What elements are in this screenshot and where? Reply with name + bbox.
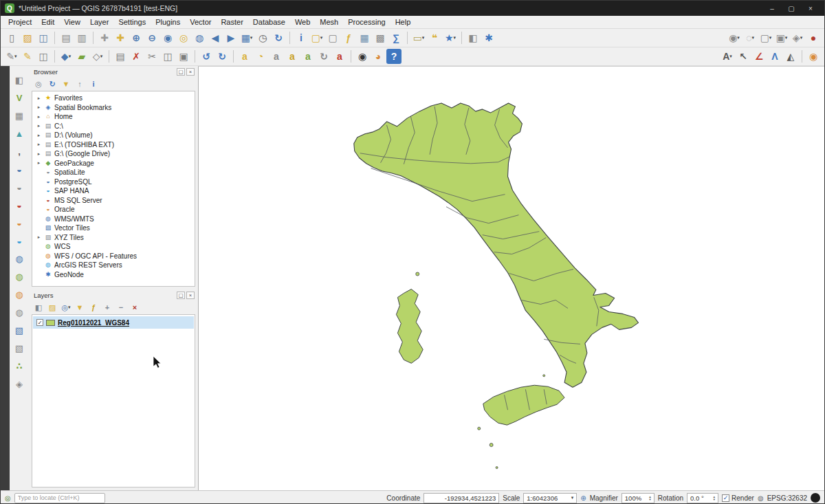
quickmap-plugin-button[interactable]: ◕: [371, 49, 386, 64]
change-label-button[interactable]: a: [332, 49, 347, 64]
filter-legend-button[interactable]: ▼: [74, 302, 86, 313]
browser-item-geopackage[interactable]: ▸◆GeoPackage: [32, 159, 195, 168]
layout-dropdown-button[interactable]: ▣▾: [774, 30, 789, 45]
add-wfs-layer-button[interactable]: ◍: [12, 287, 27, 302]
zoom-last-button[interactable]: ◀: [208, 30, 223, 45]
crs-value[interactable]: EPSG:32632: [767, 494, 807, 502]
locate-input[interactable]: [14, 493, 105, 503]
digitize-with-segment-button[interactable]: ◆▾: [58, 49, 74, 64]
browser-item-wms-wmts[interactable]: ◍WMS/WMTS: [32, 215, 195, 224]
layers-close-button[interactable]: ×: [186, 292, 195, 299]
selection-dropdown-button[interactable]: ◌▾: [742, 30, 758, 45]
add-xyz-layer-button[interactable]: ▧: [12, 341, 27, 355]
help-contents-button[interactable]: ?: [386, 49, 402, 64]
chevron-right-icon[interactable]: ▸: [36, 151, 42, 157]
add-point-cloud-layer-button[interactable]: ∴: [12, 359, 27, 373]
zoom-out-button[interactable]: ⊖: [144, 30, 160, 45]
temporal-controller-button[interactable]: ◷: [255, 30, 270, 45]
browser-item-e-toshiba-ext[interactable]: ▸▤E:\ (TOSHIBA EXT): [32, 140, 195, 150]
toggle-editing-button[interactable]: ✎: [20, 49, 35, 64]
browser-item-arcgis-rest-servers[interactable]: ◍ArcGIS REST Servers: [32, 261, 195, 270]
layers-float-button[interactable]: ▢: [177, 292, 185, 299]
chevron-right-icon[interactable]: ▸: [36, 114, 42, 120]
select-by-expression-button[interactable]: ƒ: [341, 30, 356, 45]
undo-button[interactable]: ↺: [199, 49, 214, 64]
measure-line-button[interactable]: ▭▾: [411, 30, 426, 45]
browser-item-d-volume[interactable]: ▸▤D:\ (Volume): [32, 131, 195, 140]
browser-properties-button[interactable]: i: [87, 78, 100, 89]
chevron-down-icon[interactable]: ▾: [571, 495, 574, 501]
delete-selected-button[interactable]: ✗: [129, 49, 144, 64]
metasearch-plugin-button[interactable]: ●: [806, 30, 821, 45]
expand-all-button[interactable]: +: [101, 302, 113, 313]
menu-settings[interactable]: Settings: [113, 17, 151, 28]
add-group-button[interactable]: ▨: [46, 302, 58, 313]
menu-edit[interactable]: Edit: [36, 17, 59, 28]
browser-item-wcs[interactable]: ◍WCS: [32, 242, 195, 252]
open-layer-styling-button[interactable]: ◧: [32, 302, 45, 313]
open-attribute-table-button[interactable]: ▦: [357, 30, 372, 45]
add-hana-layer-button[interactable]: ◒: [12, 234, 27, 248]
browser-item-favorites[interactable]: ▸★Favorites: [32, 94, 195, 103]
zoom-extent-dropdown-button[interactable]: ◉▾: [727, 30, 742, 45]
processing-toolbox-button[interactable]: ✱: [481, 30, 496, 45]
browser-item-home[interactable]: ▸⌂Home: [32, 112, 195, 122]
save-layer-edits-button[interactable]: ◫: [36, 49, 51, 64]
osm-search-plugin-button[interactable]: ◉: [355, 49, 370, 64]
close-button[interactable]: ×: [801, 1, 820, 15]
move-annotation-button[interactable]: ↖: [736, 49, 751, 64]
spinner-down-icon[interactable]: ▾: [649, 498, 651, 501]
zoom-full-extent-button[interactable]: ◉: [160, 30, 175, 45]
chevron-right-icon[interactable]: ▸: [36, 105, 42, 110]
zoom-to-selection-button[interactable]: ◎: [176, 30, 191, 45]
add-wcs-layer-button[interactable]: ◍: [12, 270, 27, 284]
menu-web[interactable]: Web: [290, 17, 315, 28]
browser-item-xyz-tiles[interactable]: ▸▧XYZ Tiles: [32, 233, 195, 243]
add-delimited-text-layer-button[interactable]: ,: [12, 144, 27, 159]
remove-layer-button[interactable]: ×: [129, 302, 141, 313]
layout-manager-button[interactable]: ▥: [74, 30, 89, 45]
browser-item-vector-tiles[interactable]: ▧Vector Tiles: [32, 223, 195, 233]
save-project-button[interactable]: ◫: [36, 30, 51, 45]
add-vector-tile-layer-button[interactable]: ▧: [12, 323, 27, 338]
modify-attributes-button[interactable]: ▤: [113, 49, 128, 64]
map-tips-button[interactable]: ❝: [427, 30, 442, 45]
open-project-button[interactable]: ▨: [20, 30, 35, 45]
zoom-in-button[interactable]: ⊕: [129, 30, 144, 45]
text-annotation-button[interactable]: A▾: [720, 49, 735, 64]
rotation-spinbox[interactable]: 0.0 ° ▴ ▾: [687, 493, 718, 503]
deselect-features-button[interactable]: ▢: [325, 30, 340, 45]
add-vector-layer-button[interactable]: V: [12, 91, 27, 105]
spinner-arrows[interactable]: ▴ ▾: [649, 495, 651, 501]
browser-close-button[interactable]: ×: [186, 68, 195, 76]
annotation-dropdown-button[interactable]: ◈▾: [790, 30, 805, 45]
menu-vector[interactable]: Vector: [185, 17, 216, 28]
manage-map-themes-button[interactable]: ◎▾: [60, 302, 72, 313]
menu-view[interactable]: View: [59, 17, 85, 28]
add-mssql-layer-button[interactable]: ◒: [12, 198, 27, 212]
browser-item-c[interactable]: ▸▤C:\: [32, 122, 195, 131]
coordinate-value[interactable]: -192934,4521223: [424, 493, 499, 503]
identify-features-button[interactable]: i: [294, 30, 309, 45]
vertex-tool-button[interactable]: ◇▾: [90, 49, 105, 64]
add-wms-layer-button[interactable]: ◍: [12, 252, 27, 266]
layer-checkbox[interactable]: ✓: [36, 319, 43, 326]
copy-features-button[interactable]: ◫: [160, 49, 175, 64]
browser-item-spatial-bookmarks[interactable]: ▸◈Spatial Bookmarks: [32, 103, 195, 113]
clipboard-dropdown-button[interactable]: ▢▾: [758, 30, 773, 45]
new-bookmark-button[interactable]: ★▾: [443, 30, 458, 45]
filter-by-expression-button[interactable]: ƒ: [87, 302, 100, 313]
chevron-right-icon[interactable]: ▸: [36, 160, 42, 166]
add-oracle-layer-button[interactable]: ◒: [12, 216, 27, 230]
highlight-pinned-labels-button[interactable]: a: [285, 49, 300, 64]
move-label-button[interactable]: a: [300, 49, 316, 64]
browser-item-g-google-drive[interactable]: ▸▤G:\ (Google Drive): [32, 149, 195, 159]
map-canvas[interactable]: [198, 66, 824, 490]
chevron-right-icon[interactable]: ▸: [36, 123, 42, 129]
browser-float-button[interactable]: ▢: [177, 68, 185, 76]
add-arcgis-rest-layer-button[interactable]: ◍: [12, 305, 27, 320]
reshape-features-button[interactable]: ∠: [751, 49, 767, 64]
zoom-next-button[interactable]: ▶: [223, 30, 239, 45]
cut-features-button[interactable]: ✂: [144, 49, 160, 64]
menu-processing[interactable]: Processing: [343, 17, 390, 28]
